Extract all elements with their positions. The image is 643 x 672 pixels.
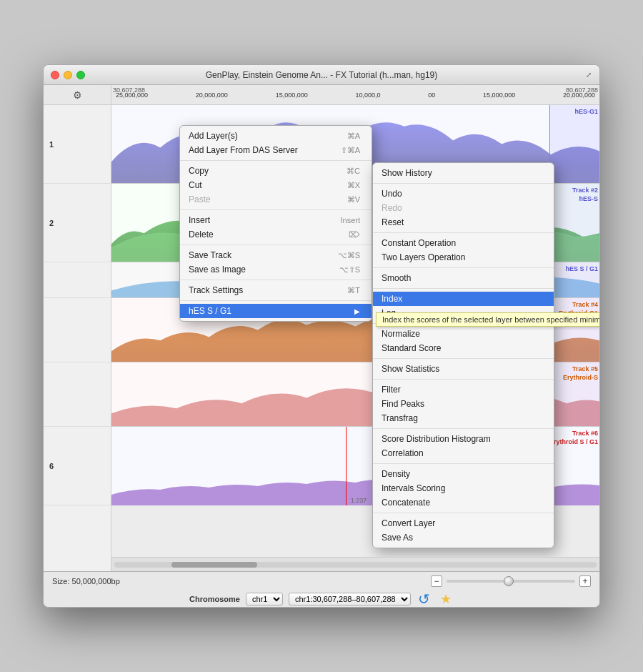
- menu-track-settings-shortcut: ⌘T: [347, 286, 360, 295]
- menu-cut[interactable]: Cut ⌘X: [180, 178, 372, 192]
- op-redo[interactable]: Redo: [373, 201, 554, 215]
- op-two-layers[interactable]: Two Layers Operation: [373, 250, 554, 265]
- op-constant[interactable]: Constant Operation: [373, 236, 554, 250]
- op-standard-score-label: Standard Score: [382, 343, 441, 353]
- op-filter[interactable]: Filter: [373, 382, 554, 397]
- track-6-tag: Track #6Erythroid S / G1: [549, 430, 598, 446]
- menu-insert-label: Insert: [189, 215, 210, 225]
- op-show-stats-label: Show Statistics: [382, 364, 439, 374]
- menu-copy[interactable]: Copy ⌘C: [180, 164, 372, 178]
- op-correlation-label: Correlation: [382, 448, 424, 458]
- menu-paste-shortcut: ⌘V: [347, 195, 360, 204]
- op-score-dist[interactable]: Score Distribution Histogram: [373, 432, 554, 446]
- menu-paste[interactable]: Paste ⌘V: [180, 192, 372, 207]
- menu-track-settings[interactable]: Track Settings ⌘T: [180, 283, 372, 297]
- scrollbar-area[interactable]: [111, 557, 599, 571]
- submenu-arrow: ▶: [354, 307, 360, 315]
- op-find-peaks[interactable]: Find Peaks: [373, 397, 554, 411]
- ruler-tick-6: 15,000,000: [483, 92, 515, 99]
- menu-add-layer[interactable]: Add Layer(s) ⌘A: [180, 129, 372, 143]
- zoom-minus-button[interactable]: −: [431, 575, 442, 587]
- menu-add-layer-das-shortcut: ⇧⌘A: [341, 146, 360, 155]
- scrollbar-track[interactable]: [114, 562, 597, 568]
- track-label-3[interactable]: [44, 262, 111, 298]
- zoom-plus-button[interactable]: +: [579, 575, 591, 587]
- menu-insert[interactable]: Insert Insert: [180, 213, 372, 227]
- op-concatenate-label: Concatenate: [382, 498, 430, 508]
- op-normalize[interactable]: Normalize: [373, 327, 554, 341]
- track-label-5[interactable]: [44, 362, 111, 427]
- op-score-dist-label: Score Distribution Histogram: [382, 434, 491, 444]
- chromosome-label: Chromosome: [189, 595, 240, 603]
- track-label-1[interactable]: 1: [44, 105, 111, 184]
- menu-save-track-label: Save Track: [189, 250, 231, 260]
- track-label-2[interactable]: 2: [44, 184, 111, 262]
- op-sep-9: [373, 463, 554, 464]
- op-show-stats[interactable]: Show Statistics: [373, 362, 554, 376]
- menu-sep-1: [180, 160, 372, 161]
- op-intervals-scoring[interactable]: Intervals Scoring: [373, 481, 554, 495]
- menu-hes-submenu[interactable]: hES S / G1 ▶: [180, 304, 372, 318]
- menu-add-layer-das[interactable]: Add Layer From DAS Server ⇧⌘A: [180, 143, 372, 157]
- op-smooth[interactable]: Smooth: [373, 271, 554, 285]
- menu-sep-3: [180, 244, 372, 245]
- op-sep-7: [373, 379, 554, 380]
- main-window: GenPlay, Einstein Genome An... - FX Tuto…: [43, 64, 600, 608]
- zoom-thumb[interactable]: [504, 576, 514, 586]
- settings-icon[interactable]: ⚙: [70, 88, 84, 102]
- traffic-lights: [51, 71, 85, 79]
- op-concatenate[interactable]: Concatenate: [373, 495, 554, 510]
- close-button[interactable]: [51, 71, 59, 79]
- track-label-6[interactable]: 6: [44, 427, 111, 505]
- left-position: 30,607,288: [113, 87, 145, 94]
- op-reset-label: Reset: [382, 217, 404, 227]
- size-label: Size: 50,000,000bp: [52, 577, 120, 585]
- menu-save-image-label: Save as Image: [189, 265, 246, 275]
- op-sep-1: [373, 183, 554, 184]
- op-show-history[interactable]: Show History: [373, 166, 554, 180]
- maximize-button[interactable]: [76, 71, 85, 79]
- op-convert-layer[interactable]: Convert Layer: [373, 516, 554, 530]
- op-density[interactable]: Density: [373, 467, 554, 481]
- scrollbar-thumb[interactable]: [171, 562, 257, 568]
- track-6-number: 6: [49, 462, 54, 470]
- op-transfrag[interactable]: Transfrag: [373, 411, 554, 425]
- ruler-tick-3: 15,000,000: [276, 92, 308, 99]
- favorite-button[interactable]: ★: [438, 591, 454, 607]
- op-correlation[interactable]: Correlation: [373, 446, 554, 460]
- menu-insert-shortcut: Insert: [340, 216, 360, 224]
- menu-delete[interactable]: Delete ⌦: [180, 227, 372, 242]
- op-smooth-label: Smooth: [382, 273, 411, 283]
- menu-cut-label: Cut: [189, 180, 202, 190]
- window-title: GenPlay, Einstein Genome An... - FX Tuto…: [206, 70, 438, 80]
- op-density-label: Density: [382, 469, 410, 479]
- menu-sep-5: [180, 300, 372, 301]
- titlebar: GenPlay, Einstein Genome An... - FX Tuto…: [44, 65, 599, 85]
- op-two-layers-label: Two Layers Operation: [382, 252, 465, 262]
- menu-save-track[interactable]: Save Track ⌥⌘S: [180, 248, 372, 262]
- minimize-button[interactable]: [64, 71, 72, 79]
- left-panel: ⚙ 1 2 6: [44, 85, 111, 571]
- chromosome-range-select[interactable]: chr1:30,607,288–80,607,288: [289, 593, 411, 606]
- menu-sep-2: [180, 209, 372, 210]
- menu-save-image[interactable]: Save as Image ⌥⇧S: [180, 262, 372, 277]
- op-sep-8: [373, 428, 554, 429]
- op-index[interactable]: Index: [373, 292, 554, 306]
- op-save-as[interactable]: Save As: [373, 530, 554, 545]
- op-reset[interactable]: Reset: [373, 215, 554, 229]
- op-sep-3: [373, 267, 554, 268]
- op-undo[interactable]: Undo: [373, 187, 554, 201]
- track-label-4[interactable]: [44, 298, 111, 362]
- op-save-as-label: Save As: [382, 533, 413, 543]
- chromosome-select[interactable]: chr1: [246, 593, 283, 606]
- op-intervals-label: Intervals Scoring: [382, 483, 445, 493]
- op-standard-score[interactable]: Standard Score: [373, 341, 554, 355]
- track-1-number: 1: [49, 140, 54, 149]
- expand-icon[interactable]: ⤢: [584, 70, 594, 80]
- op-constant-label: Constant Operation: [382, 238, 456, 248]
- menu-save-image-shortcut: ⌥⇧S: [339, 265, 360, 275]
- track-6-value: 1.237: [351, 497, 367, 504]
- zoom-slider[interactable]: [447, 576, 575, 586]
- operation-menu: Show History Undo Redo Reset Constant Op…: [372, 162, 554, 548]
- nav-back-button[interactable]: ↺: [417, 591, 432, 607]
